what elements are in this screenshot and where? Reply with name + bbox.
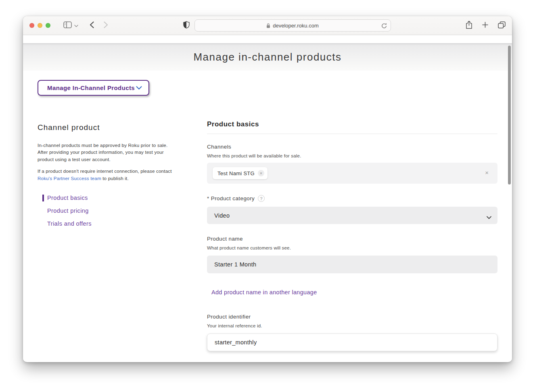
manage-products-menu-label: Manage In-Channel Products	[47, 84, 135, 91]
add-language-link[interactable]: Add product name in another language	[211, 289, 317, 296]
nav-item-product-pricing[interactable]: Product pricing	[38, 204, 175, 217]
window-controls	[29, 23, 50, 28]
privacy-shield-button[interactable]	[183, 21, 190, 30]
minimize-window-button[interactable]	[38, 23, 42, 28]
clear-channels-button[interactable]: ×	[485, 169, 489, 176]
scrollbar-thumb[interactable]	[508, 46, 511, 184]
channel-tag-label: Test Nami STG	[217, 170, 255, 176]
product-category-value: Video	[214, 212, 230, 219]
product-name-input[interactable]: Starter 1 Month	[207, 256, 497, 273]
nav-item-product-basics[interactable]: Product basics	[38, 191, 175, 204]
chevron-down-icon	[136, 84, 142, 91]
sidebar-toggle-button[interactable]	[63, 21, 72, 29]
channels-multiselect-field[interactable]: Test Nami STG × ×	[207, 163, 497, 184]
address-bar-url: developer.roku.com	[273, 23, 318, 29]
address-bar[interactable]: developer.roku.com	[194, 19, 391, 31]
product-name-help-text: What product name customers will see.	[207, 245, 497, 250]
section-nav: Product basics Product pricing Trials an…	[38, 191, 175, 230]
share-button[interactable]	[466, 21, 472, 30]
sidebar-icon	[63, 21, 72, 29]
product-identifier-value: starter_monthly	[215, 339, 257, 346]
product-identifier-help-text: Your internal reference id.	[207, 323, 497, 328]
channel-tag: Test Nami STG ×	[213, 167, 268, 179]
plus-icon	[482, 22, 488, 29]
sidebar-paragraph-2: If a product doesn't require internet co…	[38, 168, 173, 182]
product-name-label: Product name	[207, 236, 497, 242]
product-identifier-label: Product identifier	[207, 314, 497, 320]
back-button[interactable]	[90, 21, 94, 29]
sidebar-paragraph-2-suffix: to publish it.	[101, 176, 129, 181]
sidebar-heading: Channel product	[38, 123, 175, 132]
browser-window: developer.roku.com	[23, 16, 512, 362]
help-icon[interactable]: ?	[258, 195, 265, 202]
chevron-down-icon	[74, 23, 78, 29]
manage-products-menu-button[interactable]: Manage In-Channel Products	[38, 80, 149, 96]
chevron-right-icon	[104, 21, 108, 29]
chevron-left-icon	[90, 21, 94, 29]
remove-channel-tag-button[interactable]: ×	[258, 170, 264, 176]
product-category-label: * Product category	[207, 195, 255, 201]
section-heading: Product basics	[207, 120, 497, 128]
product-category-label-row: * Product category ?	[207, 195, 497, 202]
page-title: Manage in-channel products	[193, 51, 341, 63]
section-divider	[207, 134, 497, 134]
sidebar-menu-chevron-button[interactable]	[74, 23, 78, 29]
channel-product-sidebar: Channel product In-channel products must…	[38, 123, 175, 230]
product-basics-form: Product basics Channels Where this produ…	[207, 115, 497, 351]
reload-button[interactable]	[381, 23, 387, 30]
page-content: Manage in-channel products Manage In-Cha…	[23, 35, 512, 362]
chevron-down-icon	[487, 214, 491, 220]
sidebar-paragraph-2-prefix: If a product doesn't require internet co…	[38, 168, 172, 174]
product-category-select[interactable]: Video	[207, 207, 497, 224]
product-name-value: Starter 1 Month	[214, 261, 256, 268]
zoom-window-button[interactable]	[46, 23, 50, 28]
share-icon	[466, 21, 472, 30]
channels-label: Channels	[207, 144, 497, 150]
page-header-band: Manage in-channel products	[23, 43, 512, 71]
sidebar-paragraph-1: In-channel products must be approved by …	[38, 142, 173, 163]
tab-overview-button[interactable]	[498, 21, 506, 30]
product-identifier-input[interactable]: starter_monthly	[207, 333, 497, 351]
lock-icon	[266, 23, 270, 28]
close-window-button[interactable]	[29, 23, 34, 28]
browser-toolbar: developer.roku.com	[23, 16, 512, 35]
new-tab-button[interactable]	[482, 22, 488, 29]
shield-icon	[183, 21, 190, 30]
tabs-icon	[498, 21, 506, 30]
page-top-strip	[23, 35, 512, 43]
partner-success-team-link[interactable]: Roku's Partner Success team	[38, 176, 101, 181]
nav-item-trials-and-offers[interactable]: Trials and offers	[38, 217, 175, 230]
forward-button[interactable]	[104, 21, 108, 29]
channels-help-text: Where this product will be available for…	[207, 153, 497, 158]
